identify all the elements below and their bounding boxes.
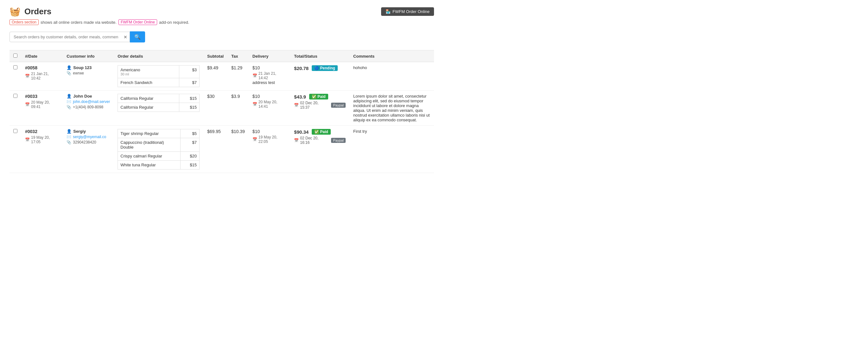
row-checkbox[interactable]	[13, 65, 18, 69]
delivery-cell: $10 📅 19 May 20, 22:05	[249, 126, 290, 173]
status-badge-paid: ✅ Paid	[309, 94, 328, 99]
search-bar: ✕ 🔍	[9, 31, 434, 42]
total-line: $20.78 🔵 Pending	[294, 65, 346, 71]
total-line: $43.9 ✅ Paid	[294, 94, 346, 99]
row-checkbox-cell	[9, 126, 21, 173]
customer-email-link[interactable]: sergiy@myemail.co	[73, 135, 106, 139]
tax-amount: $10.39	[231, 129, 245, 134]
customer-phone-text: 32904238420	[73, 140, 96, 145]
customer-email-link[interactable]: john.doe@mail.server	[73, 99, 110, 104]
order-date-text: 19 May 20, 17:05	[31, 135, 59, 144]
phone-icon: 📎	[66, 71, 71, 75]
tax-amount: $3.9	[231, 94, 240, 99]
item-name: Americano30 ml	[118, 66, 179, 78]
th-customer: Customer info	[63, 50, 114, 62]
page-header: 🧺 Orders 🏪 FWFM Order Online	[9, 6, 434, 17]
item-name: French Sandwich	[118, 78, 179, 87]
fwfm-order-online-button[interactable]: 🏪 FWFM Order Online	[381, 7, 434, 16]
th-subtotal: Subtotal	[204, 50, 227, 62]
order-item-row: Cappuccino (traditional) Double $7	[118, 138, 199, 152]
customer-name-text: Soup 123	[73, 65, 92, 70]
item-price: $7	[181, 138, 199, 152]
delivery-date: 📅 19 May 20, 22:05	[252, 135, 286, 144]
basket-icon: 🧺	[9, 6, 21, 17]
row-checkbox-cell	[9, 91, 21, 126]
order-details-cell: California Regular $15 California Regula…	[114, 91, 204, 126]
order-date-text: 21 Jan 21, 10:42	[31, 71, 59, 81]
delivery-address: address test	[252, 80, 286, 85]
table-header: #/Date Customer info Order details Subto…	[9, 50, 434, 62]
customer-info-cell: 👤 John Doe ✉️ john.doe@mail.server 📎 +1(…	[63, 91, 114, 126]
orders-section-badge: Orders section	[9, 19, 39, 25]
calendar-icon: 📅	[25, 74, 30, 78]
subtitle-bar: Orders section shows all online orders m…	[9, 19, 434, 25]
item-name: Crispy calmari Regular	[118, 152, 181, 161]
customer-email: ✉️ sergiy@myemail.co	[66, 135, 110, 139]
search-input[interactable]	[9, 32, 130, 42]
order-date: 📅 21 Jan 21, 10:42	[25, 71, 59, 81]
total-status-cell: $20.78 🔵 Pending	[290, 62, 349, 91]
order-item-row: Crispy calmari Regular $20	[118, 152, 199, 161]
calendar-icon: 📅	[252, 102, 257, 106]
calendar-icon: 📅	[252, 137, 257, 142]
customer-phone-text: ewrwe	[73, 71, 84, 75]
order-details-cell: Americano30 ml $3 French Sandwich $7	[114, 62, 204, 91]
calendar-icon: 📅	[25, 102, 30, 107]
order-id-cell: #0058 📅 21 Jan 21, 10:42	[21, 62, 63, 91]
search-button[interactable]: 🔍	[130, 31, 145, 42]
subtotal-amount: $69.95	[207, 129, 221, 134]
comment-text: hohoho	[353, 65, 367, 70]
comments-cell: hohoho	[349, 62, 434, 91]
row-checkbox[interactable]	[13, 94, 18, 98]
select-all-checkbox[interactable]	[13, 54, 18, 58]
order-date: 📅 20 May 20, 09:41	[25, 100, 59, 109]
total-amount: $43.9	[294, 94, 306, 99]
row-checkbox[interactable]	[13, 129, 18, 133]
tax-cell: $10.39	[227, 126, 249, 173]
order-item-row: Tiger shrimp Regular $5	[118, 129, 199, 138]
order-id: #0033	[25, 94, 59, 99]
th-comments: Comments	[349, 50, 434, 62]
item-price: $5	[181, 129, 199, 138]
order-id: #0032	[25, 129, 59, 134]
delivery-date: 📅 20 May 20, 14:41	[252, 100, 286, 109]
customer-phone-text: +1(404) 809-8098	[73, 105, 103, 109]
search-icon: 🔍	[134, 34, 141, 40]
tax-amount: $1.29	[231, 65, 242, 70]
payment-method-badge: Paypal	[331, 138, 346, 143]
email-icon: ✉️	[66, 135, 71, 139]
customer-name-text: Sergiy	[73, 129, 86, 134]
total-amount: $90.34	[294, 129, 309, 135]
clear-search-button[interactable]: ✕	[124, 34, 127, 40]
customer-phone: 📎 ewrwe	[66, 71, 110, 75]
total-status-cell: $43.9 ✅ Paid 📅 02 Dec 20, 15:37 Paypal	[290, 91, 349, 126]
customer-info-cell: 👤 Sergiy ✉️ sergiy@myemail.co 📎 32904238…	[63, 126, 114, 173]
order-items-table: Americano30 ml $3 French Sandwich $7	[118, 65, 199, 87]
th-delivery: Delivery	[249, 50, 290, 62]
page-title: Orders	[24, 7, 51, 17]
table-row: #0033 📅 20 May 20, 09:41 👤 John Doe ✉️ j…	[9, 91, 434, 126]
table-row: #0032 📅 19 May 20, 17:05 👤 Sergiy ✉️ ser…	[9, 126, 434, 173]
delivery-date-text: 20 May 20, 14:41	[258, 100, 286, 109]
subtitle-text-end: add-on required.	[159, 20, 189, 25]
payment-method-badge: Paypal	[331, 103, 346, 108]
total-amount: $20.78	[294, 66, 309, 71]
order-id-cell: #0033 📅 20 May 20, 09:41	[21, 91, 63, 126]
tax-cell: $3.9	[227, 91, 249, 126]
item-name: White tuna Regular	[118, 161, 181, 170]
order-item-row: White tuna Regular $15	[118, 161, 199, 170]
comment-text: First try	[353, 129, 367, 134]
user-icon: 👤	[66, 94, 71, 98]
subtotal-cell: $30	[204, 91, 227, 126]
delivery-date: 📅 21 Jan 21, 14:42	[252, 71, 286, 80]
customer-info-cell: 👤 Soup 123 📎 ewrwe	[63, 62, 114, 91]
paid-date-text: 02 Dec 20, 16:16	[300, 136, 328, 145]
orders-table: #/Date Customer info Order details Subto…	[9, 50, 434, 173]
customer-email: ✉️ john.doe@mail.server	[66, 99, 110, 104]
store-icon: 🏪	[385, 9, 391, 14]
customer-name: 👤 Soup 123	[66, 65, 110, 70]
customer-name: 👤 Sergiy	[66, 129, 110, 134]
status-badge-pending: 🔵 Pending	[312, 65, 338, 71]
order-item-row: California Regular $15	[118, 94, 199, 103]
item-name: Cappuccino (traditional) Double	[118, 138, 181, 152]
